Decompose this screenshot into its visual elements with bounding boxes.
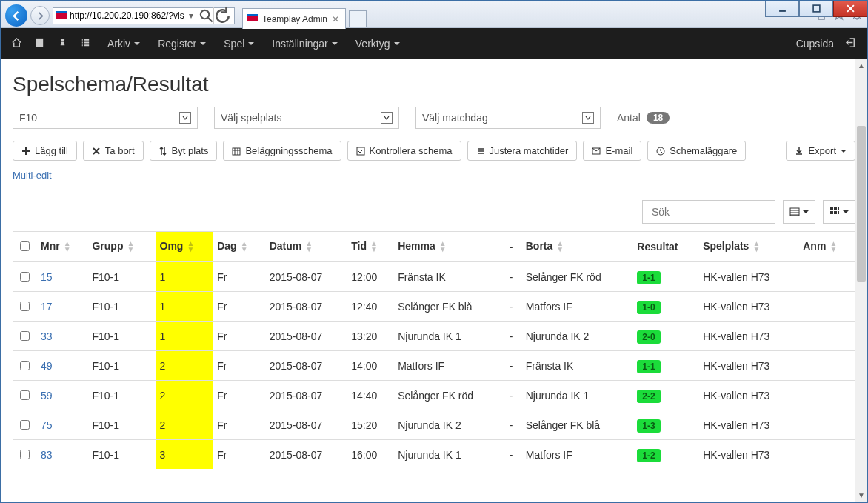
swap-button[interactable]: Byt plats xyxy=(150,141,218,161)
window-close-button[interactable] xyxy=(833,1,867,17)
vertical-scrollbar[interactable]: ▲ ▼ xyxy=(855,59,867,502)
scheduler-button[interactable]: Schemaläggare xyxy=(647,141,746,161)
scrollbar-thumb[interactable] xyxy=(857,126,866,282)
mnr-link[interactable]: 17 xyxy=(41,301,53,313)
occupancy-schedule-button[interactable]: Beläggningsschema xyxy=(223,141,341,161)
cell-dag: Fr xyxy=(213,292,265,322)
nav-db-icon[interactable] xyxy=(34,37,45,50)
nav-home-icon[interactable] xyxy=(11,37,22,50)
row-checkbox[interactable] xyxy=(20,390,30,400)
row-checkbox[interactable] xyxy=(20,272,30,282)
address-bar[interactable]: ▾ xyxy=(53,7,235,24)
mnr-link[interactable]: 75 xyxy=(41,419,53,431)
table-search-input[interactable] xyxy=(650,205,767,219)
row-checkbox[interactable] xyxy=(20,331,30,341)
window-minimize-button[interactable] xyxy=(765,1,799,17)
svg-rect-11 xyxy=(357,147,364,155)
mnr-link[interactable]: 83 xyxy=(41,449,53,461)
cell-borta: Njurunda IK 1 xyxy=(521,381,633,410)
cell-borta: Selånger FK blå xyxy=(521,410,633,440)
cell-datum: 2015-08-07 xyxy=(265,351,347,381)
cell-dash: - xyxy=(505,262,521,292)
adjust-times-button[interactable]: Justera matchtider xyxy=(467,141,578,161)
mnr-link[interactable]: 15 xyxy=(41,271,53,283)
row-checkbox[interactable] xyxy=(20,361,30,370)
browser-forward-button[interactable] xyxy=(30,6,50,25)
cell-datum: 2015-08-07 xyxy=(265,381,347,410)
col-tid[interactable]: Tid xyxy=(347,232,393,262)
cell-tid: 12:00 xyxy=(347,262,393,292)
row-checkbox[interactable] xyxy=(20,302,30,311)
cell-omg: 2 xyxy=(156,381,213,410)
window-maximize-button[interactable] xyxy=(799,1,833,17)
view-button[interactable] xyxy=(823,200,855,224)
col-anm[interactable]: Anm xyxy=(798,232,855,262)
refresh-icon[interactable] xyxy=(213,7,231,24)
col-grupp[interactable]: Grupp xyxy=(87,232,155,262)
mnr-link[interactable]: 59 xyxy=(41,390,53,402)
col-omg[interactable]: Omg xyxy=(156,232,213,262)
page-title: Spelschema/Resultat xyxy=(13,73,855,96)
logout-icon[interactable] xyxy=(846,37,857,50)
cupsida-link[interactable]: Cupsida xyxy=(796,38,834,50)
menu-installningar[interactable]: Inställningar xyxy=(272,38,338,50)
svg-rect-0 xyxy=(779,10,786,12)
select-all-checkbox[interactable] xyxy=(20,241,30,251)
col-spelplats[interactable]: Spelplats xyxy=(698,232,798,262)
cell-spelplats: HK-vallen H73 xyxy=(698,381,798,410)
table-search[interactable] xyxy=(642,200,775,224)
tab-title: Teamplay Admin xyxy=(262,14,327,24)
cell-borta: Matfors IF xyxy=(521,440,633,470)
export-button[interactable]: Export xyxy=(786,141,855,161)
col-hemma[interactable]: Hemma xyxy=(393,232,505,262)
email-button[interactable]: E-mail xyxy=(583,141,641,161)
menu-verktyg[interactable]: Verktyg xyxy=(355,38,400,50)
browser-back-button[interactable] xyxy=(5,4,27,27)
cell-hemma: Selånger FK röd xyxy=(393,381,505,410)
check-schedule-button[interactable]: Kontrollera schema xyxy=(347,141,461,161)
cell-grupp: F10-1 xyxy=(87,410,155,440)
delete-button[interactable]: Ta bort xyxy=(83,141,144,161)
col-dag[interactable]: Dag xyxy=(213,232,265,262)
add-button[interactable]: Lägg till xyxy=(13,141,77,161)
app-navbar: Arkiv Register Spel Inställningar Verkty… xyxy=(1,28,867,59)
filter-grupp-dropdown[interactable]: F10 xyxy=(13,107,198,129)
col-mnr[interactable]: Mnr xyxy=(36,232,87,262)
menu-spel[interactable]: Spel xyxy=(224,38,254,50)
mnr-link[interactable]: 33 xyxy=(41,330,53,342)
cell-dash: - xyxy=(505,292,521,322)
svg-rect-15 xyxy=(830,207,833,210)
search-icon[interactable] xyxy=(198,8,213,23)
url-dropdown-icon[interactable]: ▾ xyxy=(184,10,198,21)
url-input[interactable] xyxy=(70,10,184,21)
svg-rect-6 xyxy=(247,14,258,16)
new-tab-button[interactable] xyxy=(349,10,367,27)
cell-hemma: Njurunda IK 1 xyxy=(393,440,505,470)
row-checkbox[interactable] xyxy=(20,420,30,430)
multi-edit-link[interactable]: Multi-edit xyxy=(13,170,52,181)
nav-list-icon[interactable] xyxy=(80,37,91,50)
col-resultat[interactable]: Resultat xyxy=(632,232,698,262)
columns-button[interactable] xyxy=(783,200,815,224)
cell-dash: - xyxy=(505,381,521,410)
svg-rect-16 xyxy=(834,207,837,210)
col-borta[interactable]: Borta xyxy=(521,232,633,262)
row-checkbox[interactable] xyxy=(20,450,30,459)
result-badge: 1-3 xyxy=(637,419,660,433)
browser-tab[interactable]: Teamplay Admin ✕ xyxy=(242,8,346,29)
menu-arkiv[interactable]: Arkiv xyxy=(107,38,140,50)
filter-matchdag-dropdown[interactable]: Välj matchdag xyxy=(415,107,601,129)
cell-omg: 2 xyxy=(156,410,213,440)
cell-datum: 2015-08-07 xyxy=(265,262,347,292)
cell-anm xyxy=(798,292,855,322)
nav-chess-icon[interactable] xyxy=(57,37,68,50)
filter-spelplats-dropdown[interactable]: Välj spelplats xyxy=(214,107,399,129)
mnr-link[interactable]: 49 xyxy=(41,360,53,372)
table-row: 83F10-13Fr2015-08-0716:00Njurunda IK 1-M… xyxy=(13,440,855,470)
menu-register[interactable]: Register xyxy=(158,38,206,50)
filter-matchdag-value: Välj matchdag xyxy=(422,112,488,124)
col-datum[interactable]: Datum xyxy=(265,232,347,262)
tab-close-icon[interactable]: ✕ xyxy=(332,14,339,24)
cell-dash: - xyxy=(505,440,521,470)
result-badge: 2-2 xyxy=(637,390,660,403)
